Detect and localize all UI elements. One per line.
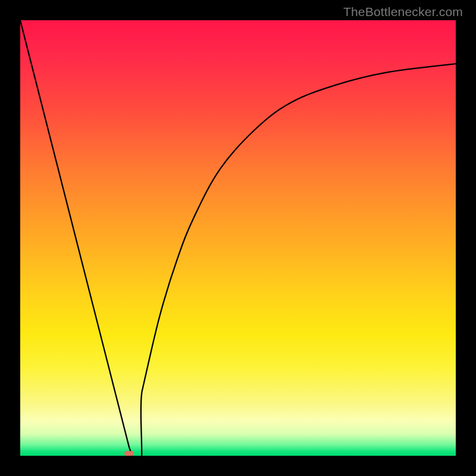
- credit-label: TheBottlenecker.com: [343, 5, 463, 19]
- curve-svg: [20, 20, 456, 456]
- bottleneck-curve: [20, 20, 456, 456]
- plot-area: [20, 20, 456, 456]
- min-marker: [124, 451, 134, 456]
- chart-frame: TheBottlenecker.com: [0, 0, 476, 476]
